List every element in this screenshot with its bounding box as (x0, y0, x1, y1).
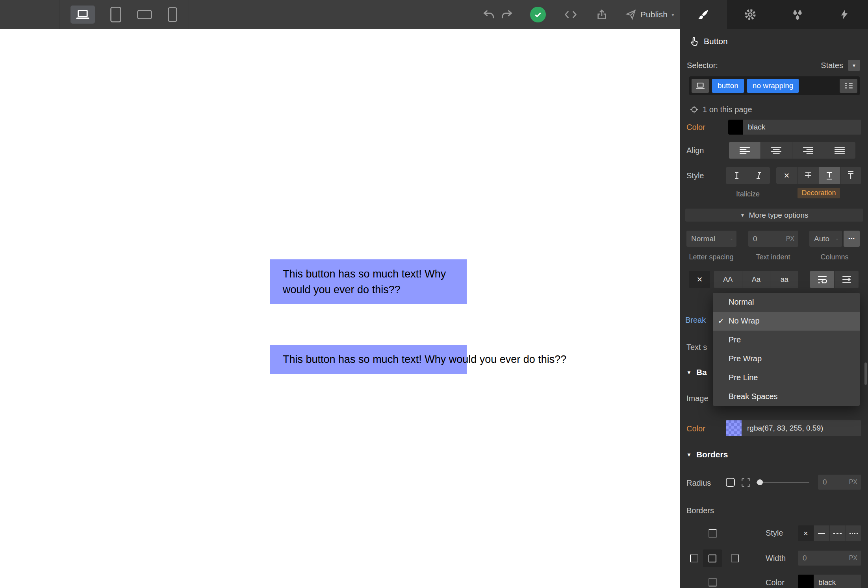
overline-icon (846, 171, 855, 180)
border-style-dotted-button[interactable] (846, 525, 862, 541)
italic-button[interactable] (748, 167, 770, 184)
nowrap-text-icon (842, 275, 852, 284)
radius-separate-corners-button[interactable] (741, 478, 751, 487)
overline-button[interactable] (840, 167, 861, 184)
background-section-header[interactable]: ▼ Ba (686, 368, 707, 377)
borders-section-header[interactable]: ▼ Borders (686, 450, 728, 459)
device-desktop-button[interactable] (70, 6, 95, 24)
canvas-button-line1: This button has so much text! Why (283, 266, 467, 282)
background-section-title: Ba (696, 368, 707, 377)
underline-button[interactable] (819, 167, 840, 184)
italicize-caption: Italicize (726, 190, 770, 198)
selector-tag-button[interactable]: button (712, 79, 744, 93)
panel-scrollbar[interactable] (864, 362, 867, 385)
menu-item-pre-wrap[interactable]: Pre Wrap (713, 349, 860, 368)
radius-all-corners-button[interactable] (726, 478, 735, 487)
color-swatch[interactable] (798, 575, 814, 588)
publish-label: Publish (640, 10, 668, 19)
check-icon (534, 10, 542, 19)
border-style-none-button[interactable]: × (798, 525, 814, 541)
border-left-button[interactable] (690, 554, 698, 562)
selector-tag-no-wrapping[interactable]: no wrapping (747, 79, 799, 93)
redo-button[interactable] (501, 9, 513, 20)
wrap-text-icon (817, 275, 827, 284)
border-color-input[interactable]: black (798, 575, 861, 588)
menu-item-normal[interactable]: Normal (713, 293, 860, 312)
align-right-button[interactable] (792, 142, 824, 159)
radius-input[interactable]: 0 PX (818, 475, 861, 490)
border-top-button[interactable] (708, 529, 717, 538)
border-style-dashed-button[interactable] (830, 525, 846, 541)
phone-landscape-icon (137, 9, 152, 20)
menu-item-no-wrap[interactable]: ✓ No Wrap (713, 312, 860, 331)
check-icon: ✓ (718, 316, 724, 325)
border-all-button[interactable] (703, 549, 722, 567)
undo-button[interactable] (483, 9, 495, 20)
uppercase-button[interactable]: AA (714, 271, 742, 288)
style-label: Style (686, 171, 704, 180)
border-right-button[interactable] (731, 554, 739, 562)
device-phone-landscape-button[interactable] (137, 9, 152, 20)
tab-settings[interactable] (727, 0, 774, 29)
italic-i-icon (755, 171, 763, 180)
align-center-button[interactable] (761, 142, 793, 159)
export-code-button[interactable] (564, 10, 577, 19)
publish-button[interactable]: Publish ▾ (625, 9, 674, 20)
more-type-options-button[interactable]: ▼ More type options (685, 209, 863, 222)
saved-status-button[interactable] (530, 7, 546, 22)
color-swatch[interactable] (728, 120, 743, 135)
border-bottom-button[interactable] (708, 578, 717, 586)
device-tablet-button[interactable] (110, 6, 122, 23)
columns-unit: - (836, 235, 838, 242)
text-indent-input[interactable]: 0 PX (748, 231, 798, 247)
tab-style-manager[interactable] (774, 0, 821, 29)
tab-interactions[interactable] (821, 0, 868, 29)
lowercase-button[interactable]: aa (770, 271, 798, 288)
caps-none-button[interactable]: × (689, 271, 710, 288)
on-page-count-row[interactable]: 1 on this page (680, 102, 868, 117)
canvas-button-nowrap[interactable]: This button has so much text! Why would … (270, 345, 467, 374)
background-color-input[interactable]: rgba(67, 83, 255, 0.59) (726, 420, 861, 436)
top-toolbar: Publish ▾ (0, 0, 868, 29)
device-phone-portrait-button[interactable] (167, 7, 178, 22)
menu-item-pre-line[interactable]: Pre Line (713, 368, 860, 387)
capitalize-button[interactable]: Aa (742, 271, 771, 288)
border-style-group: × (798, 525, 861, 541)
letter-spacing-input[interactable]: Normal - (686, 231, 736, 247)
selector-device-chip[interactable] (692, 79, 709, 93)
selector-field[interactable]: button no wrapping (689, 76, 860, 95)
phone-portrait-icon (167, 7, 178, 22)
border-width-input[interactable]: 0 PX (798, 551, 861, 566)
redo-icon (501, 9, 513, 20)
decoration-none-button[interactable]: × (776, 167, 798, 184)
font-color-value: black (743, 123, 765, 131)
selected-element-row: Button (680, 31, 868, 52)
radius-slider-track[interactable] (756, 482, 809, 483)
columns-more-button[interactable]: ••• (844, 231, 860, 247)
menu-item-break-spaces[interactable]: Break Spaces (713, 387, 860, 406)
canvas-button-wrapped[interactable]: This button has so much text! Why would … (270, 259, 467, 304)
border-width-label: Width (766, 554, 786, 563)
text-wrap-button[interactable] (810, 271, 835, 288)
align-left-button[interactable] (729, 142, 761, 159)
border-style-solid-button[interactable] (814, 525, 830, 541)
menu-item-pre[interactable]: Pre (713, 331, 860, 349)
background-color-label: Color (686, 424, 705, 433)
font-color-input[interactable]: black (728, 120, 861, 135)
section-divider (680, 119, 868, 119)
selector-inheritance-button[interactable] (840, 79, 857, 93)
border-width-value: 0 (803, 554, 807, 562)
columns-input[interactable]: Auto - (809, 231, 842, 247)
share-button[interactable] (596, 9, 607, 20)
not-italic-button[interactable] (726, 167, 748, 184)
target-icon (690, 105, 698, 114)
dotted-line-icon (849, 533, 858, 534)
align-justify-button[interactable] (824, 142, 856, 159)
text-nowrap-button[interactable] (835, 271, 859, 288)
color-swatch[interactable] (726, 420, 742, 436)
device-preview-group (59, 0, 189, 29)
states-dropdown-button[interactable]: ▾ (848, 60, 860, 71)
tab-style[interactable] (680, 0, 727, 29)
strikethrough-button[interactable] (798, 167, 819, 184)
radius-slider-knob[interactable] (757, 479, 763, 485)
